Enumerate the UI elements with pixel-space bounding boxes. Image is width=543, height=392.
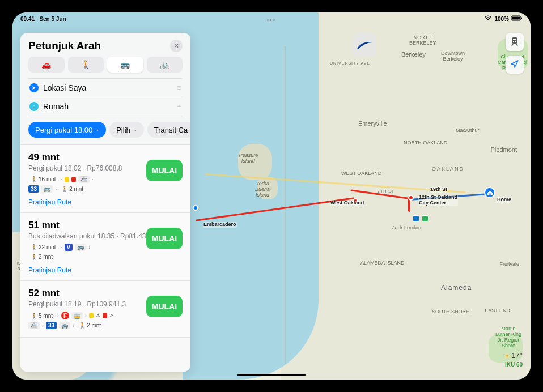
chevron-right-icon: ›	[73, 323, 74, 329]
walk-icon: 🚶	[31, 313, 37, 319]
battery-percent: 100%	[494, 16, 509, 22]
weather-temp: 17°	[511, 351, 523, 361]
weather-aqi: IKU 60	[504, 361, 523, 368]
label-mlk: Martin Luther King Jr. Regior Shore	[495, 326, 521, 349]
chevron-right-icon: ›	[57, 313, 59, 318]
walk-icon: 🚶	[79, 322, 86, 329]
bart-station-icon	[413, 215, 419, 222]
label-north-berkeley: NORTH BERKELEY	[409, 35, 436, 46]
svg-rect-6	[513, 39, 516, 40]
label-oakland-caps: OAKLAND	[432, 167, 464, 172]
svg-rect-3	[512, 37, 517, 44]
label-east-end: EAST END	[485, 308, 510, 314]
chevron-right-icon: ›	[88, 245, 90, 250]
prefer-label: Pilih	[116, 126, 130, 134]
to-location-row[interactable]: ⌂ Rumah ≡	[28, 97, 183, 116]
status-time: 09.41	[20, 16, 35, 22]
mode-drive[interactable]: 🚗	[28, 57, 65, 73]
mode-transit[interactable]: 🚌	[107, 57, 143, 73]
map-mode-button[interactable]	[506, 33, 524, 51]
svg-rect-1	[512, 17, 520, 20]
close-button[interactable]: ✕	[170, 40, 183, 52]
label-emeryville: Emeryville	[358, 120, 387, 127]
bike-icon: 🚲	[160, 60, 169, 69]
home-marker[interactable]	[484, 187, 495, 198]
start-route-button[interactable]: MULAI	[146, 296, 183, 317]
walk-icon: 🚶	[61, 186, 68, 192]
bus-icon: 🚌	[120, 60, 130, 69]
route-steps: 🚈 › 33 🚌 › 🚶2 mnt	[28, 322, 142, 329]
location-icon: ➤	[29, 83, 39, 92]
label-home: Home	[497, 197, 512, 203]
chevron-right-icon: ›	[61, 245, 62, 250]
transit-card-label: Transit Ca	[154, 126, 188, 134]
status-date: Sen 5 Jun	[39, 16, 66, 22]
route-steps: 🚶22 mnt › V 🚌 ›	[28, 244, 142, 251]
label-jack-london: Jack London	[392, 225, 421, 231]
route-steps: 🚶2 mnt	[28, 253, 142, 261]
prefer-pill[interactable]: Pilih ⌄	[109, 122, 144, 138]
bart-yellow-icon	[89, 313, 94, 318]
close-icon: ✕	[173, 42, 179, 50]
route-steps: 🚶5 mnt › F 🚋 › ⚠ ⚠	[28, 312, 142, 319]
label-north-oakland: NORTH OAKLAND	[404, 140, 447, 146]
drag-handle-icon[interactable]: ≡	[177, 105, 181, 108]
bus-icon: 🚌	[75, 244, 86, 251]
start-route-button[interactable]: MULAI	[146, 160, 183, 181]
home-icon: ⌂	[29, 102, 39, 111]
label-embarcadero: Embarcadero	[203, 222, 237, 228]
warning-icon: ⚠	[96, 313, 100, 318]
route-option[interactable]: 51 mnt Bus dijadwalkan pukul 18.35 · Rp8…	[20, 213, 190, 281]
locate-me-button[interactable]	[506, 56, 524, 74]
mode-cycle[interactable]: 🚲	[147, 57, 183, 73]
preview-route-link[interactable]: Pratinjau Rute	[28, 198, 71, 206]
origin-dot	[193, 205, 198, 211]
label-downtown-berkeley: Downtown Berkeley	[441, 51, 465, 62]
location-arrow-icon	[511, 60, 519, 70]
chevron-down-icon: ⌄	[133, 127, 137, 133]
bart-yellow-icon	[65, 177, 69, 182]
route-steps: 🚶16 mnt › 🚈 ›	[28, 176, 142, 183]
label-university: UNIVERSITY AVE	[330, 61, 370, 66]
weather-widget[interactable]: ☀ 17° IKU 60	[504, 351, 523, 368]
label-west-oakland-station: West Oakland	[330, 201, 364, 206]
start-route-button[interactable]: MULAI	[146, 228, 183, 249]
route-option[interactable]: 49 mnt Pergi pukul 18.02 · Rp76.008,8 🚶1…	[20, 145, 190, 213]
label-fruitvale: Fruitvale	[499, 262, 519, 267]
train-icon	[510, 37, 519, 48]
svg-point-4	[513, 41, 514, 42]
home-indicator[interactable]	[237, 374, 306, 376]
label-berkeley: Berkeley	[401, 51, 426, 58]
walk-icon: 🚶	[31, 176, 37, 182]
transport-mode-segment: 🚗 🚶 🚌 🚲	[20, 57, 190, 78]
label-alameda-island: ALAMEDA ISLAND	[360, 261, 405, 266]
directions-panel: Petunjuk Arah ✕ 🚗 🚶 🚌 🚲 ➤ Lokasi Saya ≡ …	[20, 33, 190, 372]
bart-red-icon	[103, 313, 107, 318]
route-option[interactable]: 52 mnt Pergi pukul 18.19 · Rp109.941,3 🚶…	[20, 281, 190, 338]
label-7th: 7TH ST	[377, 189, 394, 194]
bus-icon: 🚌	[41, 185, 53, 193]
svg-point-5	[515, 41, 516, 42]
bus-line-33: 33	[46, 322, 57, 329]
label-treasure: Treasure Island	[238, 153, 258, 164]
chevron-down-icon: ⌄	[95, 127, 99, 133]
walk-icon: 🚶	[81, 60, 91, 69]
transit-card-pill[interactable]: Transit Ca	[147, 122, 190, 138]
drag-handle-icon[interactable]: ≡	[177, 86, 181, 90]
mode-walk[interactable]: 🚶	[68, 57, 104, 73]
svg-rect-2	[521, 18, 523, 19]
bus-icon: 🚌	[59, 322, 70, 329]
label-yerba: Yerba Buena Island	[255, 181, 270, 198]
depart-time-label: Pergi pukul 18.00	[35, 126, 92, 134]
label-west-oakland: WEST OAKLAND	[341, 171, 381, 177]
preview-route-link[interactable]: Pratinjau Rute	[28, 266, 71, 274]
bus-station-icon	[422, 215, 429, 222]
multitask-dots[interactable]: •••	[267, 17, 277, 23]
label-19th: 19th St	[430, 187, 448, 193]
from-location-row[interactable]: ➤ Lokasi Saya ≡	[28, 79, 183, 97]
label-south-shore: SOUTH SHORE	[432, 309, 469, 315]
train-icon: 🚈	[28, 322, 40, 329]
depart-time-pill[interactable]: Pergi pukul 18.00 ⌄	[28, 122, 106, 138]
route-list[interactable]: 49 mnt Pergi pukul 18.02 · Rp76.008,8 🚶1…	[20, 144, 190, 372]
sun-icon: ☀	[504, 352, 510, 360]
